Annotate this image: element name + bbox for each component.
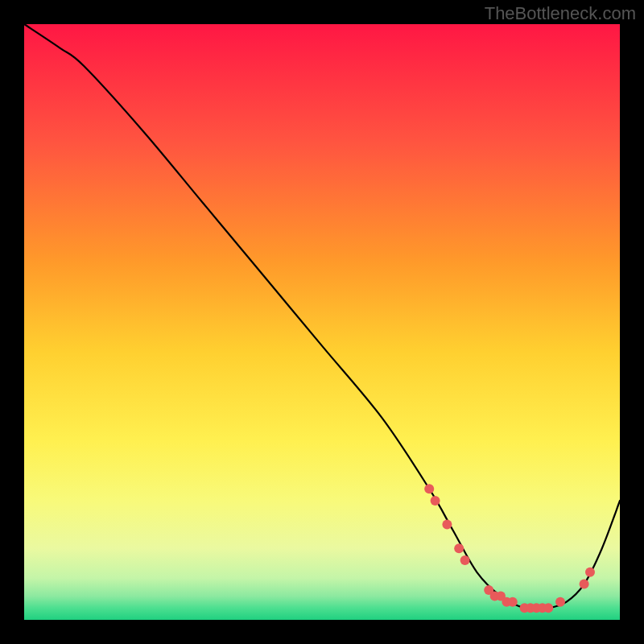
marker-point: [442, 520, 452, 530]
marker-point: [543, 603, 553, 613]
marker-point: [555, 597, 565, 607]
watermark-text: TheBottleneck.com: [485, 3, 636, 24]
marker-point: [585, 568, 595, 577]
gradient-background: [24, 24, 620, 620]
marker-point: [431, 496, 440, 506]
marker-point: [580, 580, 589, 589]
marker-point: [454, 543, 464, 553]
marker-point: [460, 555, 470, 565]
marker-point: [508, 597, 518, 607]
chart-container: TheBottleneck.com: [0, 0, 644, 644]
chart-plot: [0, 0, 644, 644]
marker-point: [424, 484, 434, 493]
